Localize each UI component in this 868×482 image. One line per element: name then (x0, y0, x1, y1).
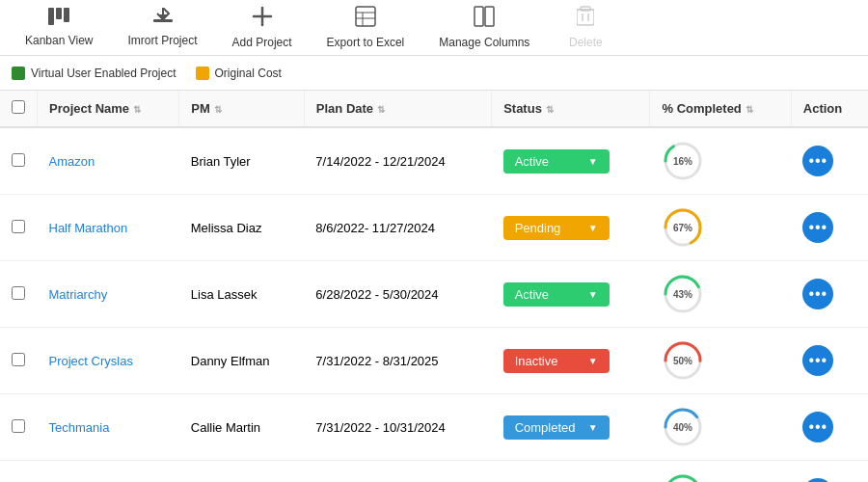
dates-amazon: 7/14/2022 - 12/21/2024 (304, 127, 491, 195)
sort-icon-pct-completed: ⇅ (746, 104, 753, 115)
row-checkbox-amazon[interactable] (12, 153, 25, 167)
col-plan-date[interactable]: Plan Date⇅ (304, 91, 491, 127)
kanban-view-button[interactable]: Kanban View (8, 0, 111, 55)
col-pm[interactable]: PM⇅ (179, 91, 305, 127)
delete-icon (577, 6, 594, 32)
table-header: Project Name⇅PM⇅Plan Date⇅Status⇅% Compl… (0, 91, 868, 127)
status-chevron-matriarchy: ▼ (588, 289, 598, 300)
svg-rect-1 (56, 8, 62, 19)
sort-icon-plan-date: ⇅ (377, 104, 385, 115)
row-checkbox-techmania[interactable] (12, 419, 25, 433)
dates-project-cryslas: 7/31/2022 - 8/31/2025 (304, 328, 491, 394)
import-project-icon (152, 8, 174, 30)
pm-amazon: Brian Tyler (179, 127, 305, 195)
pct-label-matriarchy: 43% (673, 289, 692, 300)
dates-half-marathon: 8/6/2022- 11/27/2024 (304, 195, 491, 261)
status-label-techmania: Completed (515, 420, 576, 435)
progress-circle-amazon: 16% (662, 140, 704, 182)
legend-dot-virtual-user (12, 67, 25, 80)
project-link-techmania[interactable]: Techmania (49, 420, 110, 435)
dates-walmart-inc: 8/2/2023 - 2/31/2025 (304, 461, 491, 483)
pm-techmania: Callie Martin (179, 394, 305, 461)
project-link-amazon[interactable]: Amazon (49, 154, 95, 169)
table-row: AmazonBrian Tyler7/14/2022 - 12/21/2024A… (0, 127, 868, 195)
manage-columns-button[interactable]: Manage Columns (421, 0, 547, 57)
action-btn-matriarchy[interactable]: ••• (802, 279, 833, 309)
pct-label-techmania: 40% (673, 422, 692, 433)
pm-half-marathon: Melissa Diaz (179, 195, 305, 261)
status-chevron-amazon: ▼ (588, 156, 598, 167)
status-badge-half-marathon[interactable]: Pending▼ (503, 216, 610, 240)
projects-table: Project Name⇅PM⇅Plan Date⇅Status⇅% Compl… (0, 91, 868, 482)
add-project-icon (252, 6, 273, 32)
svg-rect-15 (577, 10, 594, 25)
progress-circle-matriarchy: 43% (662, 273, 704, 315)
action-btn-half-marathon[interactable]: ••• (802, 212, 833, 243)
manage-columns-icon (474, 6, 495, 32)
col-pct-completed[interactable]: % Completed⇅ (650, 91, 791, 127)
pct-label-project-cryslas: 50% (673, 356, 692, 366)
svg-rect-13 (475, 7, 483, 26)
pm-project-cryslas: Danny Elfman (179, 328, 305, 394)
sort-icon-project-name: ⇅ (133, 104, 141, 115)
sort-icon-status: ⇅ (546, 104, 554, 115)
action-btn-project-cryslas[interactable]: ••• (802, 345, 833, 376)
svg-rect-2 (64, 8, 69, 22)
col-status[interactable]: Status⇅ (492, 91, 650, 127)
status-badge-project-cryslas[interactable]: Inactive▼ (503, 349, 610, 373)
svg-rect-0 (48, 8, 54, 25)
progress-circle-half-marathon: 67% (662, 206, 704, 249)
legend-dot-original-cost (196, 67, 209, 80)
table-row: Walmart Inc.Gloria Berry8/2/2023 - 2/31/… (0, 461, 868, 483)
legend-item-original-cost: Original Cost (196, 67, 282, 80)
project-link-project-cryslas[interactable]: Project Cryslas (49, 354, 133, 368)
action-btn-walmart-inc[interactable]: ••• (802, 478, 833, 482)
table-row: TechmaniaCallie Martin7/31/2022 - 10/31/… (0, 394, 868, 461)
action-btn-techmania[interactable]: ••• (802, 412, 833, 442)
status-chevron-half-marathon: ▼ (588, 223, 598, 233)
status-label-amazon: Active (515, 154, 549, 169)
progress-circle-project-cryslas: 50% (662, 339, 704, 382)
action-btn-amazon[interactable]: ••• (802, 146, 833, 176)
col-checkbox (0, 91, 38, 127)
delete-button[interactable]: Delete (547, 0, 624, 57)
table-body: AmazonBrian Tyler7/14/2022 - 12/21/2024A… (0, 127, 868, 482)
progress-circle-techmania: 40% (662, 406, 704, 448)
status-badge-techmania[interactable]: Completed▼ (503, 415, 610, 440)
progress-circle-walmart-inc: 78% (662, 472, 704, 482)
table-row: Project CryslasDanny Elfman7/31/2022 - 8… (0, 328, 868, 394)
status-label-project-cryslas: Inactive (515, 354, 558, 368)
dates-matriarchy: 6/28/2022 - 5/30/2024 (304, 261, 491, 328)
legend: Virtual User Enabled ProjectOriginal Cos… (0, 56, 868, 91)
status-badge-amazon[interactable]: Active▼ (503, 149, 610, 174)
svg-rect-14 (485, 7, 494, 26)
legend-item-virtual-user: Virtual User Enabled Project (12, 67, 176, 80)
export-excel-button[interactable]: Export to Excel (310, 0, 422, 57)
col-action: Action (791, 91, 868, 127)
sort-icon-pm: ⇅ (214, 104, 222, 115)
status-badge-matriarchy[interactable]: Active▼ (503, 282, 610, 307)
dates-techmania: 7/31/2022 - 10/31/2024 (304, 394, 491, 461)
svg-point-31 (665, 476, 700, 482)
pct-label-amazon: 16% (673, 156, 692, 167)
add-project-button[interactable]: Add Project (215, 0, 310, 57)
kanban-view-icon (48, 8, 69, 30)
toolbar: Kanban ViewImrort ProjectAdd ProjectExpo… (0, 0, 868, 56)
svg-rect-9 (356, 7, 375, 26)
pm-walmart-inc: Gloria Berry (179, 461, 305, 483)
export-excel-icon (355, 6, 376, 32)
status-label-matriarchy: Active (515, 287, 549, 302)
pm-matriarchy: Lisa Lassek (179, 261, 305, 328)
project-link-half-marathon[interactable]: Half Marathon (49, 221, 128, 235)
col-project-name[interactable]: Project Name⇅ (38, 91, 179, 127)
table-row: MatriarchyLisa Lassek6/28/2022 - 5/30/20… (0, 261, 868, 328)
row-checkbox-project-cryslas[interactable] (12, 353, 25, 366)
project-link-matriarchy[interactable]: Matriarchy (49, 287, 108, 302)
import-project-button[interactable]: Imrort Project (111, 0, 215, 55)
legend-label-virtual-user: Virtual User Enabled Project (31, 67, 176, 80)
row-checkbox-half-marathon[interactable] (12, 220, 25, 233)
select-all-checkbox[interactable] (12, 100, 25, 114)
row-checkbox-matriarchy[interactable] (12, 286, 25, 300)
table-wrapper: Project Name⇅PM⇅Plan Date⇅Status⇅% Compl… (0, 91, 868, 482)
status-chevron-project-cryslas: ▼ (588, 356, 598, 366)
